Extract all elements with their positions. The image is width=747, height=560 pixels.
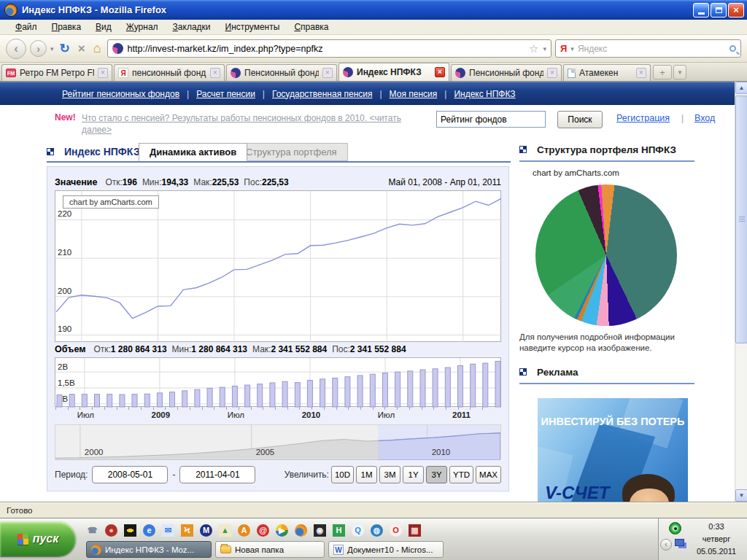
menu-tools[interactable]: Инструменты: [219, 20, 287, 34]
eye-app-icon[interactable]: ◉: [314, 524, 326, 537]
quicktime-icon[interactable]: Q: [352, 524, 364, 537]
nav-link-rating[interactable]: Рейтинг пенсионных фондов: [62, 89, 179, 99]
nav-link-calc[interactable]: Расчет пенсии: [196, 89, 255, 99]
taskbar-window-word[interactable]: W Документ10 - Micros...: [328, 541, 444, 558]
svg-text:2B: 2B: [58, 362, 68, 371]
period-from-input[interactable]: [92, 466, 168, 483]
triangle-icon[interactable]: ▲: [219, 524, 231, 537]
url-dropdown-icon[interactable]: ▾: [543, 45, 546, 52]
home-button[interactable]: ⌂: [91, 41, 104, 56]
login-link[interactable]: Вход: [694, 113, 715, 123]
minimize-button[interactable]: [693, 3, 709, 18]
firefox-icon[interactable]: [295, 524, 307, 537]
tab-atameken[interactable]: Атамекен ×: [563, 64, 651, 81]
tab-list-button[interactable]: ▾: [673, 65, 686, 79]
fund-search-input[interactable]: [436, 111, 546, 128]
phone-icon[interactable]: ☎: [86, 524, 98, 537]
ad-banner[interactable]: ИНВЕСТИРУЙ БЕЗ ПОТЕРЬ V-СЧЕТ: [538, 398, 688, 502]
close-tab-icon[interactable]: ×: [435, 67, 445, 77]
scrollbar-thumb[interactable]: [735, 96, 747, 343]
close-button[interactable]: ×: [728, 3, 744, 18]
forward-button[interactable]: ›: [30, 40, 47, 57]
ie-icon[interactable]: e: [143, 524, 155, 537]
new-tab-button[interactable]: +: [653, 65, 672, 79]
nav-link-state-pension[interactable]: Государственная пенсия: [272, 89, 373, 99]
zoom-btn-3m[interactable]: 3M: [379, 466, 400, 483]
tab-dynamics[interactable]: Динамика активов: [139, 143, 247, 161]
close-tab-icon[interactable]: ×: [210, 68, 220, 78]
url-input[interactable]: [128, 44, 525, 54]
pie-favicon: [343, 67, 353, 77]
scroll-down-icon[interactable]: ▼: [735, 489, 747, 502]
taskbar-window-folder[interactable]: Новая папка: [215, 541, 325, 558]
close-tab-icon[interactable]: ×: [322, 68, 333, 78]
window-button-label: Документ10 - Micros...: [347, 545, 433, 554]
period-slider[interactable]: 200020052010: [55, 424, 501, 459]
index-line-chart[interactable]: 190200210220 chart by amCharts.com: [55, 190, 501, 342]
network-icon[interactable]: [675, 539, 684, 546]
tray-collapse-icon[interactable]: ‹: [660, 539, 672, 551]
period-to-input[interactable]: [179, 466, 255, 483]
opera-icon[interactable]: O: [390, 524, 402, 537]
mailru-icon[interactable]: @: [257, 524, 269, 537]
scroll-up-icon[interactable]: ▲: [735, 82, 747, 94]
h-app-icon[interactable]: H: [333, 524, 345, 537]
zoom-btn-ytd[interactable]: YTD: [449, 466, 473, 483]
restore-button[interactable]: [711, 3, 727, 18]
nav-link-index[interactable]: Индекс НПФКЗ: [454, 89, 515, 99]
outlook-icon[interactable]: ✉: [162, 524, 174, 537]
close-tab-icon[interactable]: ×: [98, 68, 108, 78]
zoom-btn-max[interactable]: MAX: [476, 466, 501, 483]
tab-index-npfkz-active[interactable]: Индекс НПФКЗ ×: [338, 63, 449, 81]
back-button[interactable]: ‹: [6, 39, 26, 59]
taskbar-window-firefox[interactable]: Индекс НПФКЗ - Moz...: [86, 541, 212, 558]
engine-dropdown-icon[interactable]: ▾: [570, 45, 574, 52]
svg-text:190: 190: [58, 324, 71, 333]
zoom-btn-3y[interactable]: 3Y: [426, 466, 447, 483]
winamp-icon[interactable]: Ϟ: [181, 524, 193, 537]
news-link[interactable]: Что стало с пенсией? Результаты работы п…: [82, 112, 425, 136]
tab-retro-fm[interactable]: FM Ретро FM Ретро FM ... ×: [1, 64, 112, 81]
register-link[interactable]: Регистрация: [616, 113, 670, 123]
url-bar[interactable]: ☆ ▾: [107, 39, 551, 58]
globe-icon[interactable]: ◍: [371, 524, 383, 537]
tab-pension-fund-search[interactable]: Я пенсионный фонд а... ×: [114, 64, 225, 81]
search-icon[interactable]: [729, 45, 736, 52]
tab-pension-fund-2[interactable]: Пенсионный фонд ... ×: [451, 64, 562, 81]
period-dash: -: [172, 470, 175, 480]
amigo-icon[interactable]: A: [238, 524, 250, 537]
search-input[interactable]: [578, 44, 726, 54]
batman-icon[interactable]: [124, 524, 136, 537]
vertical-scrollbar[interactable]: ▲ ▼: [735, 82, 747, 502]
menu-bookmarks[interactable]: Закладки: [166, 20, 217, 34]
volume-bar-chart[interactable]: 1B1,5B2B: [55, 357, 501, 407]
red-app-icon[interactable]: ▦: [409, 524, 421, 537]
portfolio-pie-chart[interactable]: [535, 184, 677, 326]
search-box[interactable]: Я ▾: [555, 39, 741, 58]
tab-pension-fund-1[interactable]: Пенсионный фонд ... ×: [226, 64, 337, 81]
close-tab-icon[interactable]: ×: [547, 68, 557, 78]
start-button[interactable]: пуск: [0, 521, 76, 556]
nav-link-my-pension[interactable]: Моя пенсия: [390, 89, 438, 99]
menu-history[interactable]: Журнал: [120, 20, 165, 34]
zoom-btn-10d[interactable]: 10D: [331, 466, 354, 483]
red-disc-icon[interactable]: ●: [105, 524, 117, 537]
menu-view[interactable]: Вид: [89, 20, 118, 34]
menu-edit[interactable]: Правка: [45, 20, 88, 34]
line-chart-svg: 190200210220: [55, 191, 502, 343]
bookmark-star-icon[interactable]: ☆: [529, 42, 538, 55]
tab-structure[interactable]: Структура портфеля: [235, 143, 348, 161]
menu-file[interactable]: Файл: [9, 20, 44, 34]
menu-help[interactable]: Справка: [287, 20, 335, 34]
antivirus-eye-icon[interactable]: [669, 522, 681, 534]
stop-button[interactable]: ×: [76, 42, 88, 56]
refresh-button[interactable]: ↻: [58, 41, 72, 56]
motorola-icon[interactable]: M: [200, 524, 212, 537]
menu-bar: Файл Правка Вид Журнал Закладки Инструме…: [0, 20, 747, 35]
zoom-btn-1m[interactable]: 1M: [356, 466, 377, 483]
zoom-btn-1y[interactable]: 1Y: [403, 466, 424, 483]
close-tab-icon[interactable]: ×: [636, 68, 646, 78]
history-dropdown-icon[interactable]: ▾: [50, 45, 54, 52]
site-search-button[interactable]: Поиск: [557, 111, 603, 128]
media-player-icon[interactable]: ▶: [276, 524, 288, 537]
